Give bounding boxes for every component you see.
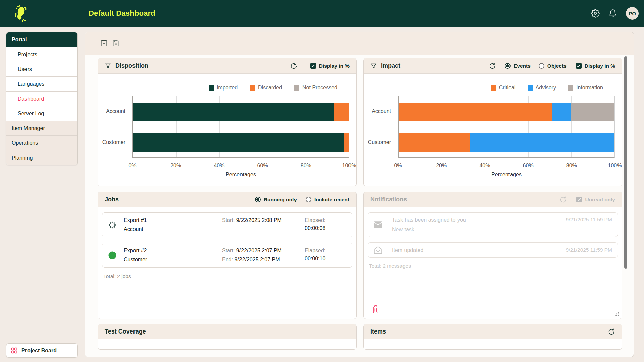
display-in-pct-checkbox[interactable] bbox=[310, 63, 316, 69]
bar-customer bbox=[133, 133, 349, 152]
success-dot-icon bbox=[108, 251, 117, 260]
notification-row: Item updated 9/21/2025 11:59 PM bbox=[368, 242, 618, 258]
legend-swatch bbox=[294, 85, 299, 90]
sidebar-item-projects[interactable]: Projects bbox=[6, 47, 77, 62]
y-axis-labels: Account Customer bbox=[98, 96, 129, 158]
disposition-panel: Disposition Display in % Imported bbox=[98, 58, 357, 186]
events-radio[interactable] bbox=[505, 63, 511, 69]
x-axis-label: Percentages bbox=[132, 172, 349, 178]
app-header: Default Dashboard PO bbox=[0, 0, 644, 27]
vertical-scrollbar[interactable] bbox=[624, 56, 627, 269]
legend-swatch bbox=[568, 85, 573, 90]
disposition-panel-header: Disposition Display in % bbox=[98, 58, 356, 74]
page-title: Default Dashboard bbox=[89, 9, 155, 18]
items-title: Items bbox=[370, 328, 386, 335]
display-in-pct-checkbox[interactable] bbox=[576, 63, 582, 69]
bar-account bbox=[399, 103, 614, 121]
add-widget-icon[interactable] bbox=[100, 40, 108, 47]
job-row-export-2: Export #2 Customer Start: 9/22/2025 2:07… bbox=[102, 243, 352, 268]
dashboard-content: Disposition Display in % Imported bbox=[85, 32, 634, 357]
bar-customer bbox=[399, 133, 614, 152]
sidebar-nav: Portal Projects Users Languages Dashboar… bbox=[6, 32, 78, 165]
impact-legend: Critical Advisory Information bbox=[491, 85, 603, 91]
dashboard-toolbar bbox=[85, 32, 634, 55]
mail-closed-icon bbox=[373, 221, 383, 229]
sidebar-item-item-manager[interactable]: Item Manager bbox=[6, 121, 77, 135]
sidebar-item-users[interactable]: Users bbox=[6, 62, 77, 76]
job-row-export-1: Export #1 Account Start: 9/22/2025 2:08 … bbox=[102, 212, 352, 237]
notification-title: Task has been assigned to you bbox=[392, 216, 566, 224]
legend-swatch bbox=[209, 85, 214, 90]
notification-date: 9/21/2025 11:59 PM bbox=[566, 247, 612, 253]
disposition-plot-area bbox=[132, 96, 349, 158]
test-coverage-title: Test Coverage bbox=[105, 328, 146, 335]
gear-icon[interactable] bbox=[591, 9, 600, 18]
test-coverage-panel: Test Coverage bbox=[98, 324, 357, 350]
job-elapsed-time: 00:00:10 bbox=[305, 256, 325, 261]
jobs-panel-header: Jobs Running only Include recent bbox=[98, 192, 356, 207]
objects-radio[interactable] bbox=[539, 63, 544, 69]
notifications-title: Notifications bbox=[370, 196, 407, 203]
disposition-chart: Imported Discarded Not Processed Account… bbox=[98, 74, 356, 186]
job-end-time: 9/22/2025 2:07 PM bbox=[234, 257, 280, 262]
sidebar-item-dashboard[interactable]: Dashboard bbox=[6, 91, 77, 106]
user-avatar[interactable]: PO bbox=[626, 7, 639, 20]
objects-radio-label: Objects bbox=[547, 63, 567, 69]
legend-swatch bbox=[491, 85, 496, 90]
filter-icon[interactable] bbox=[105, 63, 111, 69]
grid-icon bbox=[11, 347, 18, 354]
impact-panel-header: Impact Events Objects Display in % bbox=[364, 58, 622, 74]
project-board-button[interactable]: Project Board bbox=[6, 343, 78, 358]
bar-account bbox=[133, 103, 349, 121]
jobs-total: Total: 2 jobs bbox=[103, 273, 352, 279]
filter-icon[interactable] bbox=[370, 63, 377, 69]
jobs-list: Export #1 Account Start: 9/22/2025 2:08 … bbox=[98, 207, 356, 279]
legend-item: Critical bbox=[491, 85, 516, 91]
job-start-time: 9/22/2025 2:07 PM bbox=[236, 248, 282, 253]
spinner-icon bbox=[108, 220, 117, 230]
legend-item: Discarded bbox=[250, 85, 282, 91]
unread-only-label: Unread only bbox=[585, 197, 615, 203]
sidebar-item-languages[interactable]: Languages bbox=[6, 76, 77, 91]
impact-panel: Impact Events Objects Display in % bbox=[363, 58, 622, 186]
test-coverage-panel-header: Test Coverage bbox=[98, 324, 356, 339]
legend-swatch bbox=[250, 85, 255, 90]
unread-only-checkbox bbox=[576, 197, 582, 202]
bell-icon[interactable] bbox=[608, 9, 617, 18]
save-dashboard-icon[interactable] bbox=[112, 40, 120, 47]
sidebar-item-planning[interactable]: Planning bbox=[6, 150, 77, 165]
job-entity: Customer bbox=[124, 256, 222, 264]
impact-title: Impact bbox=[381, 62, 400, 69]
items-panel: Items bbox=[363, 324, 622, 350]
include-recent-label: Include recent bbox=[314, 197, 350, 203]
legend-swatch bbox=[528, 85, 533, 90]
jobs-panel: Jobs Running only Include recent bbox=[98, 192, 357, 319]
job-elapsed-time: 00:00:08 bbox=[305, 225, 325, 231]
delete-notifications-icon[interactable] bbox=[372, 305, 380, 314]
include-recent-radio[interactable] bbox=[306, 197, 311, 202]
disposition-title: Disposition bbox=[115, 62, 148, 69]
resize-grip-icon[interactable] bbox=[614, 311, 619, 316]
refresh-icon bbox=[559, 196, 567, 203]
sidebar-item-portal[interactable]: Portal bbox=[6, 32, 77, 47]
legend-item: Not Processed bbox=[294, 85, 337, 91]
refresh-icon[interactable] bbox=[290, 62, 298, 70]
x-axis-ticks: 0% 20% 40% 60% 80% 100% bbox=[132, 163, 349, 169]
refresh-icon[interactable] bbox=[608, 328, 615, 336]
disposition-legend: Imported Discarded Not Processed bbox=[209, 85, 337, 91]
frog-logo-icon bbox=[15, 4, 27, 22]
job-name: Export #1 bbox=[124, 216, 222, 224]
notifications-list: Task has been assigned to you New task 9… bbox=[364, 207, 622, 319]
legend-item: Information bbox=[568, 85, 603, 91]
refresh-icon[interactable] bbox=[489, 62, 496, 70]
project-board-label: Project Board bbox=[21, 348, 57, 354]
job-start-time: 9/22/2025 2:08 PM bbox=[236, 217, 282, 223]
sidebar-item-operations[interactable]: Operations bbox=[6, 135, 77, 150]
sidebar-item-server-log[interactable]: Server Log bbox=[6, 106, 77, 121]
notifications-panel-header: Notifications Unread only bbox=[364, 192, 622, 207]
running-only-radio[interactable] bbox=[255, 197, 261, 202]
notification-row: Task has been assigned to you New task 9… bbox=[368, 212, 618, 237]
job-entity: Account bbox=[124, 225, 222, 233]
display-in-pct-label: Display in % bbox=[585, 63, 615, 69]
x-axis-ticks: 0% 20% 40% 60% 80% 100% bbox=[398, 163, 615, 169]
